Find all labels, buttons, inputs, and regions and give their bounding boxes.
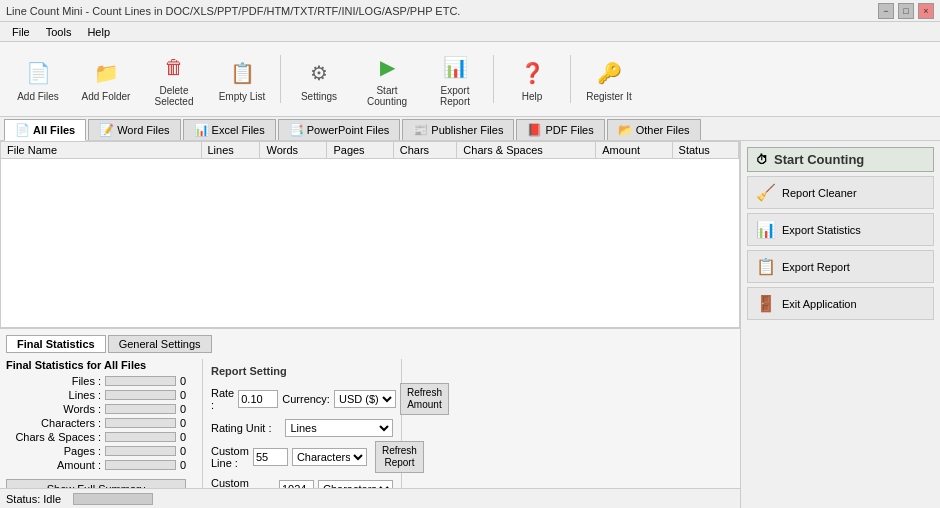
report-cleaner-button[interactable]: 🧹 Report Cleaner (747, 176, 934, 209)
custom-line-input[interactable] (253, 448, 288, 466)
report-settings: Report Setting Rate : Currency: USD ($) … (202, 359, 402, 508)
tab-ppt-label: PowerPoint Files (307, 124, 390, 136)
stat-chars-spaces-label: Chars & Spaces : (6, 431, 101, 443)
tab-all-files[interactable]: 📄 All Files (4, 119, 86, 141)
exit-application-button[interactable]: 🚪 Exit Application (747, 287, 934, 320)
stat-amount-label: Amount : (6, 459, 101, 471)
start-counting-button[interactable]: ▶ Start Counting (355, 46, 419, 112)
export-report-button[interactable]: 📊 Export Report (423, 46, 487, 112)
stats-section: Final Statistics for All Files Files : 0… (6, 359, 734, 508)
tab-other-label: Other Files (636, 124, 690, 136)
tab-pub-icon: 📰 (413, 123, 428, 137)
rate-input[interactable] (238, 390, 278, 408)
app-title: Line Count Mini - Count Lines in DOC/XLS… (6, 5, 460, 17)
tab-all-files-label: All Files (33, 124, 75, 136)
add-folder-button[interactable]: 📁 Add Folder (74, 52, 138, 107)
register-button[interactable]: 🔑 Register It (577, 52, 641, 107)
report-cleaner-label: Report Cleaner (782, 187, 857, 199)
menu-file[interactable]: File (4, 24, 38, 40)
menu-bar: File Tools Help (0, 22, 940, 42)
toolbar-separator-3 (570, 55, 571, 103)
stat-chars-value: 0 (180, 417, 186, 429)
export-statistics-label: Export Statistics (782, 224, 861, 236)
start-counting-icon: ▶ (371, 51, 403, 83)
stat-words-value: 0 (180, 403, 186, 415)
stat-chars-spaces-bar (105, 432, 176, 442)
bottom-tab-final-statistics[interactable]: Final Statistics (6, 335, 106, 353)
export-statistics-icon: 📊 (756, 220, 776, 239)
empty-list-button[interactable]: 📋 Empty List (210, 52, 274, 107)
custom-line-unit-select[interactable]: Characters Words (292, 448, 367, 466)
tab-powerpoint-files[interactable]: 📑 PowerPoint Files (278, 119, 401, 140)
start-counting-header: ⏱ Start Counting (747, 147, 934, 172)
tab-excel-files[interactable]: 📊 Excel Files (183, 119, 276, 140)
status-label: Status: Idle (6, 493, 61, 505)
stat-files-value: 0 (180, 375, 186, 387)
col-status: Status (672, 142, 738, 159)
tab-word-files[interactable]: 📝 Word Files (88, 119, 180, 140)
stat-files-bar (105, 376, 176, 386)
help-label: Help (522, 91, 543, 102)
tab-word-icon: 📝 (99, 123, 114, 137)
minimize-button[interactable]: − (878, 3, 894, 19)
rating-unit-select[interactable]: Lines Words Pages Chars (285, 419, 393, 437)
delete-selected-button[interactable]: 🗑 Delete Selected (142, 46, 206, 112)
bottom-panel: Final Statistics General Settings Final … (0, 328, 740, 488)
tab-other-files[interactable]: 📂 Other Files (607, 119, 701, 140)
app-window: Line Count Mini - Count Lines in DOC/XLS… (0, 0, 940, 508)
stat-words-label: Words : (6, 403, 101, 415)
menu-help[interactable]: Help (79, 24, 118, 40)
tab-all-files-icon: 📄 (15, 123, 30, 137)
col-chars-spaces: Chars & Spaces (457, 142, 596, 159)
stat-pages-bar (105, 446, 176, 456)
main-area: File Name Lines Words Pages Chars Chars … (0, 141, 740, 508)
tab-pdf-icon: 📕 (527, 123, 542, 137)
rate-row: Rate : Currency: USD ($) EUR (€) GBP (£)… (211, 383, 393, 415)
bottom-tab-general-settings[interactable]: General Settings (108, 335, 212, 353)
rating-unit-label: Rating Unit : (211, 422, 281, 434)
stat-words: Words : 0 (6, 403, 186, 415)
tab-publisher-files[interactable]: 📰 Publisher Files (402, 119, 514, 140)
add-files-label: Add Files (17, 91, 59, 102)
tab-pdf-files[interactable]: 📕 PDF Files (516, 119, 604, 140)
file-table: File Name Lines Words Pages Chars Chars … (1, 142, 739, 159)
toolbar-separator-1 (280, 55, 281, 103)
stat-files: Files : 0 (6, 375, 186, 387)
help-icon: ❓ (516, 57, 548, 89)
custom-line-row: Custom Line : Characters Words RefreshRe… (211, 441, 393, 473)
close-button[interactable]: × (918, 3, 934, 19)
add-folder-label: Add Folder (82, 91, 131, 102)
col-chars: Chars (393, 142, 457, 159)
stat-lines-bar (105, 390, 176, 400)
file-table-container: File Name Lines Words Pages Chars Chars … (0, 141, 740, 328)
export-report-right-button[interactable]: 📋 Export Report (747, 250, 934, 283)
status-left: Status: Idle (6, 493, 734, 505)
toolbar: 📄 Add Files 📁 Add Folder 🗑 Delete Select… (0, 42, 940, 117)
tab-excel-icon: 📊 (194, 123, 209, 137)
right-panel: ⏱ Start Counting 🧹 Report Cleaner 📊 Expo… (740, 141, 940, 508)
bottom-tab-settings-label: General Settings (119, 338, 201, 350)
stat-chars-bar (105, 418, 176, 428)
tab-pdf-label: PDF Files (545, 124, 593, 136)
refresh-amount-button[interactable]: RefreshAmount (400, 383, 449, 415)
stat-amount-value: 0 (180, 459, 186, 471)
add-files-icon: 📄 (22, 57, 54, 89)
stats-title: Final Statistics for All Files (6, 359, 186, 371)
tab-other-icon: 📂 (618, 123, 633, 137)
stat-words-bar (105, 404, 176, 414)
help-button[interactable]: ❓ Help (500, 52, 564, 107)
start-counting-label: Start Counting (358, 85, 416, 107)
col-pages: Pages (327, 142, 393, 159)
currency-select[interactable]: USD ($) EUR (€) GBP (£) (334, 390, 396, 408)
settings-button[interactable]: ⚙ Settings (287, 52, 351, 107)
menu-tools[interactable]: Tools (38, 24, 80, 40)
stat-amount: Amount : 0 (6, 459, 186, 471)
add-files-button[interactable]: 📄 Add Files (6, 52, 70, 107)
export-report-icon: 📊 (439, 51, 471, 83)
stat-amount-bar (105, 460, 176, 470)
toolbar-separator-2 (493, 55, 494, 103)
refresh-report-button[interactable]: RefreshReport (375, 441, 424, 473)
export-statistics-button[interactable]: 📊 Export Statistics (747, 213, 934, 246)
tab-ppt-icon: 📑 (289, 123, 304, 137)
restore-button[interactable]: □ (898, 3, 914, 19)
